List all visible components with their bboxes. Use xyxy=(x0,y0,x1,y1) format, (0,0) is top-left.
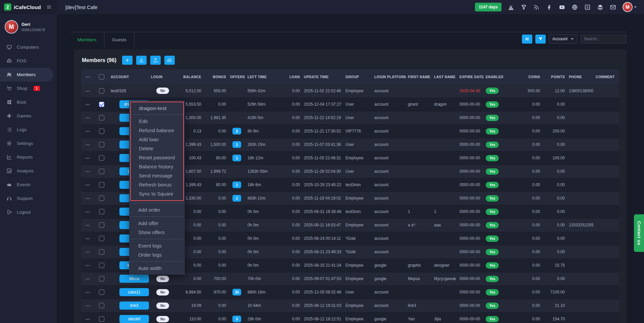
row-checkbox[interactable] xyxy=(99,182,104,187)
menu-item-auto-width[interactable]: Auto width xyxy=(130,264,184,273)
search-field-select[interactable]: Account xyxy=(549,34,577,44)
sidebar-item-logs[interactable]: Logs xyxy=(0,123,57,137)
row-checkbox[interactable] xyxy=(99,249,104,255)
row-menu-button[interactable]: ••• xyxy=(86,116,90,120)
column-settings-icon[interactable]: ••• xyxy=(86,75,90,79)
account-name[interactable]: zaka11 xyxy=(119,288,149,296)
row-menu-button[interactable]: ••• xyxy=(86,170,90,173)
row-checkbox[interactable] xyxy=(99,236,104,241)
menu-item-send-message[interactable]: Send message xyxy=(131,171,183,180)
offers-count-badge[interactable]: 1 xyxy=(232,141,241,148)
row-checkbox[interactable] xyxy=(99,209,104,214)
layers-icon[interactable] xyxy=(597,4,603,10)
account-name[interactable]: Mirza xyxy=(119,275,149,283)
menu-item-add-loan[interactable]: Add loan xyxy=(131,135,183,144)
mail-icon[interactable] xyxy=(610,4,616,10)
menu-item-event-logs[interactable]: Event logs xyxy=(130,241,184,250)
select-all-checkbox[interactable] xyxy=(99,74,104,79)
sidebar-item-members[interactable]: Members xyxy=(0,68,53,82)
row-menu-button[interactable]: ••• xyxy=(86,318,90,321)
days-remaining-badge[interactable]: 1147 days xyxy=(475,3,501,11)
youtube-icon[interactable] xyxy=(559,4,565,10)
sidebar-item-settings[interactable]: Settings xyxy=(0,137,57,150)
hamburger-menu-icon[interactable] xyxy=(46,5,52,9)
add-member-button[interactable] xyxy=(122,56,132,65)
row-checkbox[interactable] xyxy=(99,115,104,120)
row-checkbox[interactable] xyxy=(99,128,104,134)
row-checkbox[interactable] xyxy=(99,169,104,174)
table-row[interactable]: •••test0325No5,012.00555.00556h 42m0.002… xyxy=(81,84,619,98)
row-menu-button[interactable]: ••• xyxy=(86,103,90,106)
table-row[interactable]: •••abcdefNo110.000.00328h 0m0.002025-08-… xyxy=(81,312,619,323)
row-menu-button[interactable]: ••• xyxy=(86,143,90,147)
menu-item-delete[interactable]: Delete xyxy=(131,144,183,153)
sidebar-item-computers[interactable]: Computers xyxy=(0,40,57,54)
offers-count-badge[interactable]: 1 xyxy=(232,181,241,188)
search-input[interactable] xyxy=(580,35,627,44)
sidebar-user[interactable]: M Geri 008612345678 xyxy=(0,14,57,40)
cloud-sync-button[interactable] xyxy=(164,56,175,65)
row-checkbox[interactable] xyxy=(99,263,104,268)
offers-count-badge[interactable]: 3 xyxy=(232,316,241,322)
members-view-button[interactable] xyxy=(522,35,532,44)
row-menu-button[interactable]: ••• xyxy=(86,157,90,160)
row-menu-button[interactable]: ••• xyxy=(86,130,90,133)
offers-count-badge[interactable]: 1 xyxy=(232,195,241,202)
account-name[interactable]: link3 xyxy=(119,302,149,310)
row-checkbox[interactable] xyxy=(99,142,104,147)
filter-button[interactable] xyxy=(535,35,546,44)
import-button[interactable] xyxy=(136,56,147,65)
offers-count-badge[interactable]: 20 xyxy=(232,289,241,295)
menu-item-sync-to-square[interactable]: Sync to Square xyxy=(131,189,183,198)
row-menu-button[interactable]: ••• xyxy=(86,90,90,93)
facebook-icon[interactable] xyxy=(546,4,552,10)
sidebar-item-boot[interactable]: Boot xyxy=(0,95,57,109)
menu-item-edit[interactable]: Edit xyxy=(131,117,183,126)
row-checkbox[interactable] xyxy=(99,102,104,107)
row-menu-button[interactable]: ••• xyxy=(86,237,90,240)
rss-icon[interactable] xyxy=(533,4,540,10)
row-menu-button[interactable]: ••• xyxy=(86,277,90,281)
row-checkbox[interactable] xyxy=(99,303,104,308)
tab-members[interactable]: Members xyxy=(70,32,104,47)
sidebar-item-logout[interactable]: Logout xyxy=(0,205,57,219)
menu-item-show-offers[interactable]: Show offers xyxy=(130,228,184,237)
menu-item-refresh-bonus[interactable]: Refresh bonus xyxy=(131,180,183,189)
row-checkbox[interactable] xyxy=(99,316,104,322)
sidebar-item-pos[interactable]: POS xyxy=(0,54,57,68)
globe-icon[interactable] xyxy=(572,4,578,10)
sidebar-item-shop[interactable]: Shop1 xyxy=(0,82,57,95)
row-menu-button[interactable]: ••• xyxy=(86,183,90,187)
avatar[interactable]: M xyxy=(623,2,633,12)
sidebar-item-support[interactable]: Support xyxy=(0,192,57,205)
export-button[interactable] xyxy=(150,56,161,65)
account-name[interactable]: abcdef xyxy=(119,315,149,323)
table-row[interactable]: •••zaka11No6,984.50970.0020880h 18m0.002… xyxy=(81,285,619,299)
menu-item-refund-balance[interactable]: Refund balance xyxy=(131,126,183,135)
sidebar-item-events[interactable]: Events xyxy=(0,178,57,192)
row-checkbox[interactable] xyxy=(99,276,104,281)
row-menu-button[interactable]: ••• xyxy=(86,251,90,254)
menu-item-add-offer[interactable]: Add offer xyxy=(130,219,184,228)
offers-count-badge[interactable]: 1 xyxy=(232,155,241,161)
contact-us-button[interactable]: Contact us xyxy=(634,214,644,252)
row-checkbox[interactable] xyxy=(99,155,104,161)
table-row[interactable]: •••link3No19.090.001h 54m0.002025-08-12 … xyxy=(81,299,619,312)
row-menu-button[interactable]: ••• xyxy=(86,304,90,308)
sidebar-item-analysis[interactable]: Analysis xyxy=(0,164,57,178)
row-menu-button[interactable]: ••• xyxy=(86,197,90,200)
tab-guests[interactable]: Guests xyxy=(104,32,135,47)
row-checkbox[interactable] xyxy=(99,289,104,295)
row-menu-button[interactable]: ••• xyxy=(86,264,90,267)
menu-item-balance-history[interactable]: Balance history xyxy=(131,162,183,171)
row-checkbox[interactable] xyxy=(99,222,104,228)
row-menu-button[interactable]: ••• xyxy=(86,291,90,294)
sidebar-item-reports[interactable]: Reports xyxy=(0,150,57,164)
icafecloud-icon[interactable]: 2 xyxy=(584,4,591,10)
offers-count-badge[interactable]: 3 xyxy=(232,128,241,134)
row-menu-button[interactable]: ••• xyxy=(86,210,90,214)
leaderboard-icon[interactable] xyxy=(508,4,514,10)
chevron-down-icon[interactable] xyxy=(634,6,637,8)
row-checkbox[interactable] xyxy=(99,196,104,201)
menu-item-reset-password[interactable]: Reset password xyxy=(131,153,183,162)
